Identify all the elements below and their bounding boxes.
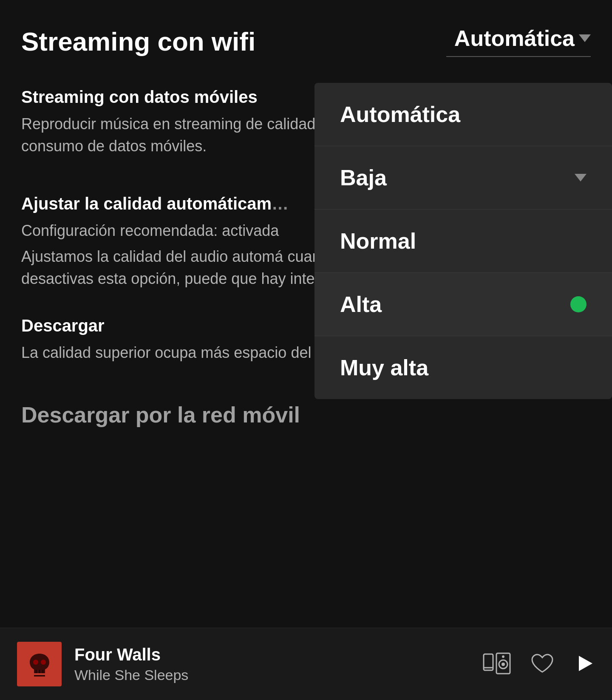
play-icon [573, 652, 595, 674]
streaming-wifi-selector[interactable]: Automática [446, 26, 591, 57]
alta-selected-indicator [570, 296, 586, 312]
play-button[interactable] [573, 652, 595, 676]
dropdown-item-muy-alta[interactable]: Muy alta [314, 336, 612, 399]
player-bar: Four Walls While She Sleeps [0, 628, 612, 700]
quality-dropdown[interactable]: Automática Baja Normal Alta Muy alta [314, 83, 612, 399]
streaming-wifi-label: Streaming con wifi [21, 26, 255, 57]
connect-device-icon [483, 652, 512, 674]
dropdown-item-normal[interactable]: Normal [314, 210, 612, 273]
heart-icon [530, 652, 554, 674]
descargar-movil-title: Descargar por la red móvil [21, 402, 591, 428]
streaming-wifi-chevron[interactable] [579, 34, 591, 42]
svg-point-2 [41, 660, 46, 665]
connect-device-button[interactable] [483, 652, 512, 676]
dropdown-item-automatica[interactable]: Automática [314, 83, 612, 146]
album-art-icon [25, 649, 54, 679]
like-button[interactable] [530, 652, 554, 676]
svg-point-7 [502, 663, 505, 666]
svg-point-1 [33, 660, 38, 665]
streaming-wifi-value: Automática [454, 26, 575, 51]
track-artist: While She Sleeps [74, 667, 470, 683]
dropdown-baja-chevron [575, 174, 586, 181]
svg-point-8 [502, 655, 504, 658]
dropdown-item-alta[interactable]: Alta [314, 273, 612, 336]
player-controls [483, 652, 595, 676]
dropdown-item-baja[interactable]: Baja [314, 146, 612, 210]
streaming-wifi-section: Streaming con wifi Automática [21, 26, 591, 57]
track-info: Four Walls While She Sleeps [74, 645, 470, 683]
track-title: Four Walls [74, 645, 470, 664]
album-art [17, 642, 62, 686]
